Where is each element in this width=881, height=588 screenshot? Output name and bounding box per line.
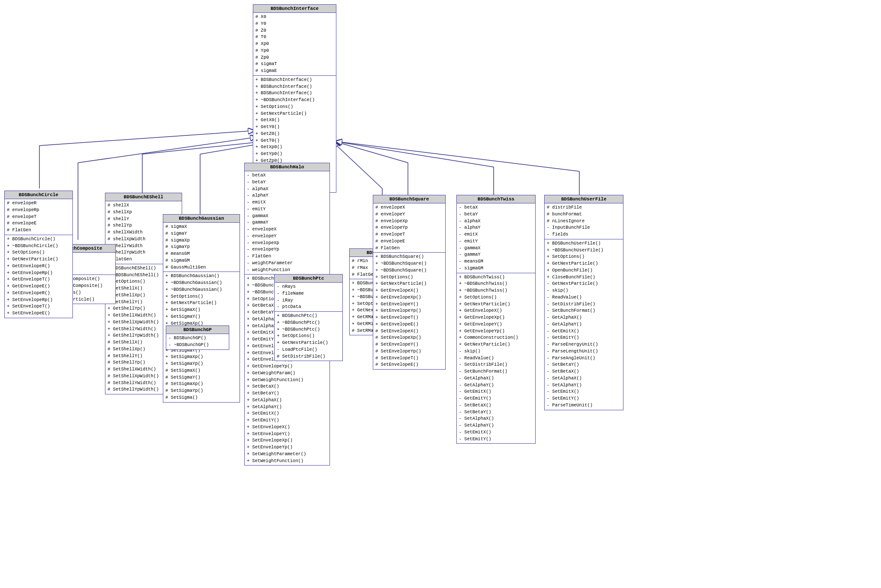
svg-line-18 (334, 141, 408, 163)
svg-line-12 (39, 131, 255, 146)
svg-line-22 (335, 141, 579, 171)
title-bdsbunchptc: BDSBunchPtc (275, 275, 342, 283)
svg-line-10 (78, 137, 257, 163)
svg-line-5 (142, 141, 266, 154)
title-bdsbunchsquare: BDSBunchSquare (373, 195, 445, 203)
svg-line-16 (332, 141, 382, 188)
attrs-bdsbunchtwiss: - betaX - betaY - alphaX - alphaY - emit… (457, 203, 535, 273)
box-bdsbunchgaussian: BDSBunchGaussian # sigmaX # sigmaY # sig… (163, 214, 240, 403)
methods-bdsbunchtwiss: + BDSBunchTwiss() + ~BDSBunchTwiss() + ~… (457, 273, 535, 444)
attrs-bdsbunchuserfile: # distribFile # bunchFormat # nLinesIgno… (545, 203, 623, 239)
title-bdsbunchtwiss: BDSBunchTwiss (457, 195, 535, 203)
attrs-bdsbunchgaussian: # sigmaX # sigmaY # sigmaXp # sigmaYp # … (163, 223, 240, 272)
title-bdsbunchuserfile: BDSBunchUserFile (545, 195, 623, 203)
title-bdsbunchgaussian: BDSBunchGaussian (163, 215, 240, 223)
box-bdsbunchgp: BDSBunchGP - BDSBunchGP() - ~BDSBunchGP(… (166, 325, 229, 350)
title-bdsbunchcircle: BDSBunchCircle (5, 191, 72, 199)
attrs-bdsbunchcircle: # envelopeR # envelopeRp # envelopeT # e… (5, 199, 72, 235)
box-bdsbunchtwiss: BDSBunchTwiss - betaX - betaY - alphaX -… (456, 195, 536, 444)
methods-bdsbunchuserfile: + BDSBunchUserFile() + ~BDSBunchUserFile… (545, 239, 623, 410)
methods-bdsbunchgp: - BDSBunchGP() - ~BDSBunchGP() (166, 334, 229, 349)
attrs-bdsbunchptc: - nRays - fileName - iRay - ptcData (275, 283, 342, 312)
methods-bdsbunchptc: + BDSBunchPtc() + ~BDSBunchPtc() + ~BDSB… (275, 312, 342, 361)
attrs-bdsbunchhalo: - betaX - betaY - alphaX - alphaY - emit… (245, 171, 330, 275)
title-bdsbuncheshell: BDSBunchEShell (105, 193, 182, 201)
box-bdsbunchsquare: BDSBunchSquare # envelopeX # envelopeY #… (373, 195, 446, 370)
attrs-bdsbunchinterface: # X0 # Y0 # Z0 # T0 # Xp0 # Yp0 # Zp0 # … (253, 13, 336, 76)
uml-diagram: BDSBunchInterface # X0 # Y0 # Z0 # T0 # … (0, 0, 881, 588)
title-bdsbunchinterface: BDSBunchInterface (253, 5, 336, 13)
box-bdsbunchptc: BDSBunchPtc - nRays - fileName - iRay - … (274, 274, 343, 361)
box-bdsbunchcircle: BDSBunchCircle # envelopeR # envelopeRp … (4, 191, 73, 318)
title-bdsbunchhalo: BDSBunchHalo (245, 163, 330, 171)
title-bdsbunchgp: BDSBunchGP (166, 326, 229, 334)
attrs-bdsbunchsquare: # envelopeX # envelopeY # envelopeXp # e… (373, 203, 445, 253)
methods-bdsbunchcircle: + BDSBunchCircle() + ~BDSBunchCircle() +… (5, 235, 72, 318)
svg-line-20 (334, 141, 494, 167)
methods-bdsbunchsquare: + BDSBunchSquare() + ~BDSBunchSquare() +… (373, 253, 445, 369)
box-bdsbunchuserfile: BDSBunchUserFile # distribFile # bunchFo… (544, 195, 623, 410)
